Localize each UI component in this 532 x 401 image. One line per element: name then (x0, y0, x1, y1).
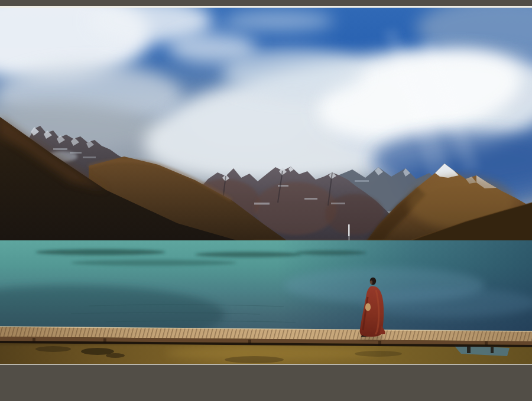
frame-bottom-band: Photo by Wu Jiang. Aba.Sichuan. Oct.12.2… (0, 365, 532, 401)
landscape-photo (0, 8, 532, 364)
monk-pouch (365, 303, 371, 311)
monk-face (370, 281, 372, 284)
photo-frame: Photo by Wu Jiang. Aba.Sichuan. Oct.12.2… (0, 0, 532, 401)
frame-top-band (0, 0, 532, 6)
